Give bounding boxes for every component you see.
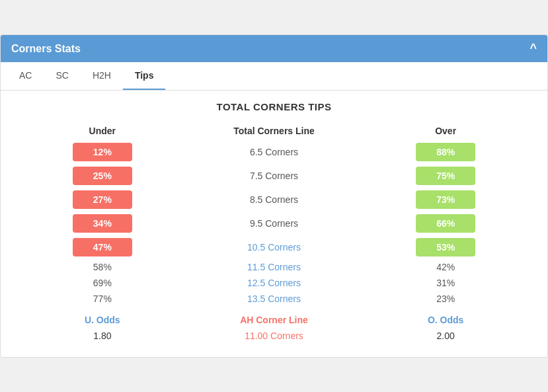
corners-stats-card: Corners Stats ^ AC SC H2H Tips TOTAL COR… <box>0 34 548 358</box>
tab-tips[interactable]: Tips <box>123 62 166 90</box>
over-value: 53% <box>360 238 531 256</box>
under-value: 77% <box>17 294 188 304</box>
over-value: 66% <box>360 214 531 233</box>
line-value[interactable]: 12.5 Corners <box>188 278 360 288</box>
col-under: Under <box>17 126 188 136</box>
over-value: 88% <box>360 143 531 161</box>
under-value: 25% <box>17 167 188 185</box>
under-value: 47% <box>17 238 188 256</box>
over-value: 42% <box>360 262 531 272</box>
line-value[interactable]: 13.5 Corners <box>188 294 360 304</box>
line-value: 7.5 Corners <box>188 171 360 181</box>
over-value: 73% <box>360 190 531 209</box>
odds-header-row: U. Odds AH Corner Line O. Odds <box>17 315 531 325</box>
under-value: 27% <box>17 190 188 209</box>
col-line: Total Corners Line <box>188 126 360 136</box>
line-value[interactable]: 11.5 Corners <box>188 262 360 272</box>
under-odds-value: 1.80 <box>17 331 188 341</box>
section-title: TOTAL CORNERS TIPS <box>17 101 531 112</box>
ah-corner-value[interactable]: 11.00 Corners <box>188 331 360 341</box>
tab-bar: AC SC H2H Tips <box>1 62 547 91</box>
col-over: Over <box>360 126 531 136</box>
table-row: 77% 13.5 Corners 23% <box>17 294 531 304</box>
under-value: 69% <box>17 278 188 288</box>
table-row: 58% 11.5 Corners 42% <box>17 262 531 272</box>
table-header: Under Total Corners Line Over <box>17 126 531 136</box>
under-odds-label: U. Odds <box>17 315 188 325</box>
main-content: TOTAL CORNERS TIPS Under Total Corners L… <box>1 91 547 357</box>
table-row: 12% 6.5 Corners 88% <box>17 143 531 161</box>
over-odds-value: 2.00 <box>360 331 531 341</box>
header-title: Corners Stats <box>11 43 81 55</box>
tab-ac[interactable]: AC <box>7 62 44 90</box>
under-value: 34% <box>17 214 188 233</box>
over-value: 75% <box>360 167 531 185</box>
over-value: 23% <box>360 294 531 304</box>
under-value: 58% <box>17 262 188 272</box>
line-value[interactable]: 10.5 Corners <box>188 242 360 253</box>
tab-sc[interactable]: SC <box>44 62 80 90</box>
card-header: Corners Stats ^ <box>1 35 547 62</box>
tab-h2h[interactable]: H2H <box>81 62 123 90</box>
table-row: 34% 9.5 Corners 66% <box>17 214 531 233</box>
table-row: 27% 8.5 Corners 73% <box>17 190 531 209</box>
table-row: 47% 10.5 Corners 53% <box>17 238 531 256</box>
over-odds-label: O. Odds <box>360 315 531 325</box>
table-row: 69% 12.5 Corners 31% <box>17 278 531 288</box>
ah-corner-label: AH Corner Line <box>188 315 360 325</box>
table-row: 25% 7.5 Corners 75% <box>17 167 531 185</box>
over-value: 31% <box>360 278 531 288</box>
collapse-button[interactable]: ^ <box>529 42 537 56</box>
under-value: 12% <box>17 143 188 161</box>
line-value: 9.5 Corners <box>188 218 360 229</box>
line-value: 8.5 Corners <box>188 194 360 205</box>
odds-value-row: 1.80 11.00 Corners 2.00 <box>17 331 531 341</box>
line-value: 6.5 Corners <box>188 147 360 157</box>
